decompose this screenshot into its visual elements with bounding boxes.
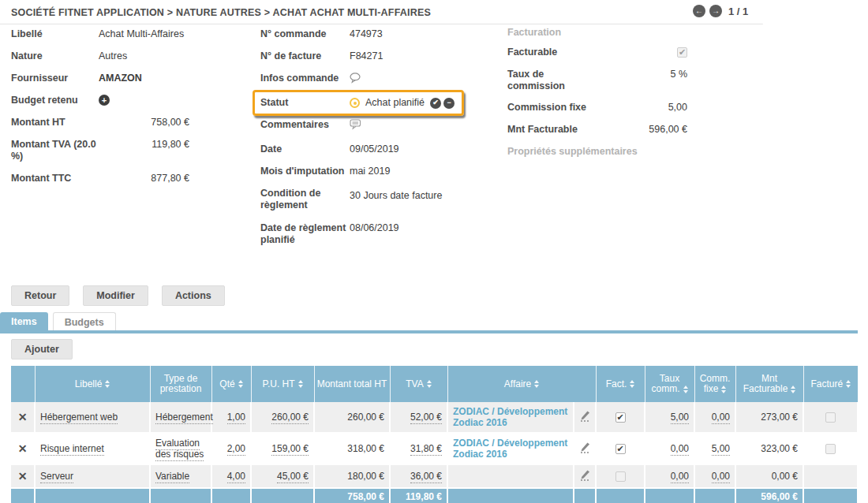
total-mnt-facturable: 596,00 € [735,488,803,503]
affaire-link[interactable]: ZODIAC / Développement Zodiac 2016 [453,406,568,428]
sort-icon [105,380,110,388]
item-taux[interactable]: 0,00 [671,471,689,483]
delete-row-icon[interactable]: ✕ [16,471,29,482]
item-mnt: 0,00 € [772,471,798,482]
field-label: Taux de commission [507,69,582,92]
order-info-column: N° commande 474973 N° de facture F84271 … [260,28,497,256]
breadcrumb: SOCIÉTÉ FITNET APPLICATION > NATURE AUTR… [11,7,431,18]
purchase-detail-page: SOCIÉTÉ FITNET APPLICATION > NATURE AUTR… [0,0,868,503]
item-libelle[interactable]: Hébergement web [40,412,118,424]
field-date-reglement: Date de règlement planifié 08/06/2019 [260,222,497,246]
item-pu[interactable]: 45,00 € [277,471,309,483]
item-qte[interactable]: 4,00 [227,471,245,483]
item-tva[interactable]: 36,00 € [410,471,442,483]
facturable-checkbox[interactable] [677,47,687,58]
col-pu-ht[interactable]: P.U. HT [251,366,314,402]
field-label: Mois d'imputation [260,166,350,177]
item-libelle[interactable]: Serveur [40,471,73,483]
item-taux[interactable]: 5,00 [671,412,689,424]
col-affaire[interactable]: Affaire [447,366,596,402]
item-type[interactable]: Evaluation des risques [155,438,204,461]
previous-record-icon[interactable]: ← [693,5,705,17]
item-comm-fixe[interactable]: 0,00 [712,471,730,483]
col-delete [11,366,35,402]
edit-affaire-icon[interactable] [579,469,591,483]
facturation-column: Facturation Facturable Taux de commissio… [507,27,687,166]
supplier-link[interactable]: AMAZON [99,73,142,84]
ajouter-button[interactable]: Ajouter [11,339,73,360]
retour-button[interactable]: Retour [11,285,69,306]
tab-items[interactable]: Items [0,312,48,332]
col-qte[interactable]: Qté [211,366,251,402]
facture-checkbox [825,444,836,454]
item-type[interactable]: Variable [155,471,189,483]
item-pu[interactable]: 159,00 € [271,443,309,456]
affaire-link[interactable]: ZODIAC / Développement Zodiac 2016 [453,438,568,460]
field-value: 09/05/2019 [350,143,399,155]
fact-checkbox[interactable] [615,471,626,482]
field-montant-ht: Montant HT 758,00 € [11,117,249,129]
field-label: Mnt Facturable [507,124,610,136]
record-pager: ← → 1 / 1 [693,5,748,17]
item-montant: 318,00 € [347,443,384,454]
sort-icon [298,380,303,388]
item-tva[interactable]: 31,80 € [410,443,442,456]
fact-checkbox[interactable] [615,412,626,423]
col-facture[interactable]: Facturé [803,366,858,402]
field-value: 758,00 € [99,117,189,129]
item-libelle[interactable]: Risque internet [40,443,104,456]
item-qte[interactable]: 2,00 [227,443,245,456]
field-value: 5 % [582,69,687,80]
tab-bar: Items Budgets [0,312,116,332]
field-mnt-facturable: Mnt Facturable 596,00 € [507,124,687,136]
col-taux-comm[interactable]: Taux comm. [645,366,694,402]
actions-button[interactable]: Actions [162,285,225,306]
col-montant-total: Montant total HT [314,366,390,402]
item-taux[interactable]: 0,00 [671,443,689,456]
col-type: Type de prestation [150,366,211,402]
field-mois-imputation: Mois d'imputation mai 2019 [260,166,497,177]
sort-icon [630,380,634,388]
comment-bubble-icon[interactable] [350,119,361,133]
col-comm-fixe[interactable]: Comm. fixe [694,366,735,402]
field-value: 30 Jours date facture [350,188,442,202]
item-pu[interactable]: 260,00 € [271,412,309,424]
item-comm-fixe[interactable]: 0,00 [712,412,730,424]
col-mnt-facturable[interactable]: Mnt Facturable [735,366,803,402]
speech-bubble-icon[interactable] [350,73,361,87]
fact-checkbox[interactable] [615,444,626,454]
validate-status-icon[interactable]: ✔ [430,98,441,109]
tab-budgets[interactable]: Budgets [53,312,116,332]
field-condition-reglement: Condition de règlement 30 Jours date fac… [260,188,497,211]
field-label: Commentaires [260,119,350,131]
next-record-icon[interactable]: → [709,5,722,17]
field-value: mai 2019 [350,166,390,177]
delete-row-icon[interactable]: ✕ [16,412,29,423]
col-libelle[interactable]: Libellé [35,366,150,402]
total-montant-ht: 758,00 € [314,488,390,503]
edit-affaire-icon[interactable] [579,442,591,456]
general-info-column: Libellé Achat Multi-Affaires Nature Autr… [11,28,249,195]
facturation-section-title: Facturation [507,27,687,38]
field-value: 5,00 [610,102,687,114]
nature-link[interactable]: Autres [99,50,127,62]
edit-affaire-icon[interactable] [579,410,591,424]
field-infos-commande: Infos commande [260,73,497,87]
item-comm-fixe[interactable]: 5,00 [712,443,730,456]
item-tva[interactable]: 52,00 € [410,412,442,424]
field-taux-commission: Taux de commission 5 % [507,69,687,92]
col-fact[interactable]: Fact. [596,366,645,402]
item-qte[interactable]: 1,00 [227,412,245,424]
table-row: ✕ Risque internet Evaluation des risques… [11,433,858,464]
item-type[interactable]: Hébergement [155,412,213,424]
cancel-status-icon[interactable]: − [443,98,455,109]
field-budget-retenu: Budget retenu + [11,95,249,106]
col-tva[interactable]: TVA [390,366,447,402]
total-tva: 119,80 € [390,488,447,503]
delete-row-icon[interactable]: ✕ [16,443,29,454]
field-label: Budget retenu [11,95,99,106]
table-row: ✕ Hébergement web Hébergement 1,00 260,0… [11,402,858,433]
record-count: 1 / 1 [728,6,748,17]
add-budget-icon[interactable]: + [99,95,110,106]
modifier-button[interactable]: Modifier [83,285,148,306]
